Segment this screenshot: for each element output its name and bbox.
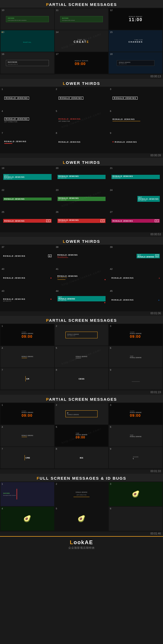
- cell-num-14: 14: [56, 31, 59, 33]
- grid-lt3: 37 RONALD JENKINS ▣ 38 RONALD JENKINS AR…: [0, 245, 163, 311]
- header-text-lt1: OWER THIRDS: [66, 81, 100, 86]
- lt-box-3: RONALD JENKINS: [111, 96, 160, 101]
- section-lt-2: LOWER THIRDS 19 NEXT RONALD JENKINS ART …: [0, 158, 163, 236]
- vline-p3-7: [25, 455, 25, 460]
- full-num-6: 6: [110, 507, 111, 510]
- changes-container-15: TIME FOR CHANGES: [127, 38, 144, 44]
- psm2-cell-5: 5 RONALD JENKINS: [55, 346, 108, 368]
- section-partial-1: PARTIAL SCREEN MESSAGES 10 SUCCESS Lorem…: [0, 0, 163, 78]
- timer-1: 09:00: [22, 334, 33, 339]
- lt-name-4: RONALD JENKINS: [4, 118, 29, 120]
- psm2-box-9: [131, 375, 141, 383]
- lt-teal-21: RONALD JENKINS ART DIRECTOR: [111, 175, 160, 179]
- cell-16: 16 SUCCESS lorem ipsum dolor sit: [1, 52, 54, 74]
- lt-box-44: NEXT RONALD JENKINS ART DIRECTOR ■: [57, 296, 106, 304]
- cell-num-lt6: 6: [110, 110, 111, 112]
- psm3-num-3: 3: [110, 404, 111, 406]
- cell-num-10: 10: [2, 9, 4, 12]
- cre-7: CRE: [25, 457, 30, 459]
- full-grid: 1 SUCCESS lorem ipsum dolor sit amet 2 R…: [0, 482, 163, 531]
- lt-cell-7: 7 RONALD JENKINS: [1, 131, 54, 153]
- psm2-cell-4: 4 RONALD JENKINS: [1, 346, 54, 368]
- lt-box-7: RONALD JENKINS: [3, 139, 52, 145]
- lt-name-3: RONALD JENKINS: [112, 97, 137, 100]
- sub-21: ART DIRECTOR: [112, 177, 159, 179]
- success-box-10: SUCCESS Lorem ipsum dolor sit amet conse…: [6, 16, 49, 22]
- psm3-num-2: 2: [56, 404, 57, 406]
- lt-name-2: RONALD JENKINS: [59, 97, 83, 100]
- full-line-2: [73, 497, 90, 497]
- psm3-box-3: TODAY RONALD JENKINS 09:00: [129, 409, 142, 419]
- lt-teal-24: NEXT RONALD JENKINS ART DIRECTOR: [137, 196, 160, 202]
- lt-sub-4: ART DIRECTOR: [4, 121, 17, 123]
- lt-red-26: RONALD JENKINS ART DIRECTOR HD: [57, 219, 106, 223]
- cell-num-41: 41: [56, 268, 59, 270]
- full-box-2: RONALD JENKINS ART DIRECTOR: [73, 491, 90, 497]
- badge-25: HD: [46, 219, 50, 222]
- cell-14: 14 TIME TO CREATE: [55, 30, 108, 52]
- lt-cell-45: 45 RONALD JENKINS ▲: [109, 289, 162, 310]
- avocado-icon-4: 🥑: [23, 515, 31, 522]
- cell-num-16: 16: [2, 53, 4, 55]
- cell-num-12: 12: [110, 9, 112, 12]
- line-p3-4: [22, 437, 27, 437]
- name-21: RONALD JENKINS: [112, 175, 159, 177]
- full-cell-3: 3 🥑: [109, 482, 162, 506]
- success-box-11: SUCCESS Lorem ipsum dolor sit amet: [60, 16, 103, 22]
- changes-text-15: CHANGES: [129, 41, 143, 43]
- name-20: RONALD JENKINS: [59, 175, 105, 177]
- lt-cell-2: 2 RONALD JENKINS: [55, 87, 108, 109]
- psm3-box-8: IES: [79, 456, 84, 460]
- section-lt-3: LOWER THIRDS 37 RONALD JENKINS ▣ 38 RONA…: [0, 237, 163, 315]
- teal-text-13: partial: [23, 41, 32, 43]
- sub-20: ART DIRECTOR: [59, 177, 105, 179]
- lt-dot-9: [112, 141, 114, 142]
- full-cell-4: 4 🥑: [1, 507, 54, 531]
- line-9: [132, 381, 140, 382]
- grid-wrapper-lt2: 19 NEXT RONALD JENKINS ART DIRECTOR 20 R…: [0, 166, 163, 232]
- logo-rest: ookAE: [73, 539, 93, 545]
- lt-sub-43: ART DIRECTOR: [3, 300, 52, 302]
- lt-box-37: RONALD JENKINS ▣: [3, 255, 52, 257]
- timer-p3-5: 09:00: [76, 435, 85, 439]
- lt-box-39: NEXT RONALD JENKINS ▣: [111, 254, 160, 258]
- name-6: RONALD JENKINS: [130, 357, 141, 358]
- grid-lt2: 19 NEXT RONALD JENKINS ART DIRECTOR 20 R…: [0, 166, 163, 232]
- header-text-lt2: OWER THIRDS: [66, 160, 100, 165]
- psm3-cell-6: 6 TODAY RONALD JENKINS: [109, 425, 162, 446]
- lt-cell-5: 5 RONALD JENKINS ART DIRECTOR: [55, 109, 108, 131]
- psm2-num-4: 4: [2, 347, 3, 349]
- psm2-cell-8: 8 CESS: [55, 368, 108, 389]
- cell-num-lt2: 2: [56, 88, 57, 90]
- grid-wrapper-lt1: 1 RONALD JENKINS 2 RONALD JENKINS 3 RONA…: [0, 87, 163, 153]
- lt-sub-38: ART DIRECTOR: [57, 256, 106, 257]
- cell-num-20: 20: [56, 167, 59, 169]
- cell-num-19: 19: [2, 167, 4, 169]
- cell-num-25: 25: [2, 211, 4, 213]
- psm2-num-8: 8: [56, 369, 57, 371]
- lt-pink-27: RONALD JENKINS HD: [111, 219, 160, 223]
- bottom-bar: LookAE 众众脸影视后期特效: [0, 536, 163, 551]
- name-5: RONALD JENKINS: [76, 356, 87, 357]
- header-accent-full: F: [37, 476, 40, 480]
- section-lt-1: LOWER THIRDS 1 RONALD JENKINS 2 RONALD J…: [0, 79, 163, 157]
- avocado-icon-5: 🥑: [77, 515, 86, 522]
- full-cell-2: 2 RONALD JENKINS ART DIRECTOR: [55, 482, 108, 506]
- cell-10: 10 SUCCESS Lorem ipsum dolor sit amet co…: [1, 8, 54, 30]
- cell-num-lt4: 4: [2, 110, 3, 112]
- name-39: RONALD JENKINS: [138, 256, 154, 258]
- ies-8: IES: [80, 457, 83, 459]
- grid-1: 10 SUCCESS Lorem ipsum dolor sit amet co…: [0, 8, 163, 74]
- lt-box-40: RONALD JENKINS ■: [3, 277, 52, 279]
- header-accent-lt2: L: [63, 160, 66, 165]
- psm3-box-6: TODAY RONALD JENKINS: [129, 433, 142, 438]
- header-text-1: ARTIAL SCREEN MESSAGES: [49, 2, 117, 7]
- logo-l: L: [70, 539, 73, 545]
- cell-num-lt9: 9: [110, 132, 111, 134]
- sub-44: ART DIRECTOR: [59, 300, 105, 301]
- grid-wrapper-psm2: 1 TODAY RONALD JENKINS 09:00 2 RONALD JE…: [0, 324, 163, 390]
- cell-num-45: 45: [110, 290, 112, 292]
- full-name-2: RONALD JENKINS: [76, 491, 87, 493]
- success-body-10: Lorem ipsum dolor sit amet consectetur: [8, 20, 47, 21]
- section-full: FULL SCREEN MESSAGES & ID BUGS 1 SUCCESS…: [0, 474, 163, 536]
